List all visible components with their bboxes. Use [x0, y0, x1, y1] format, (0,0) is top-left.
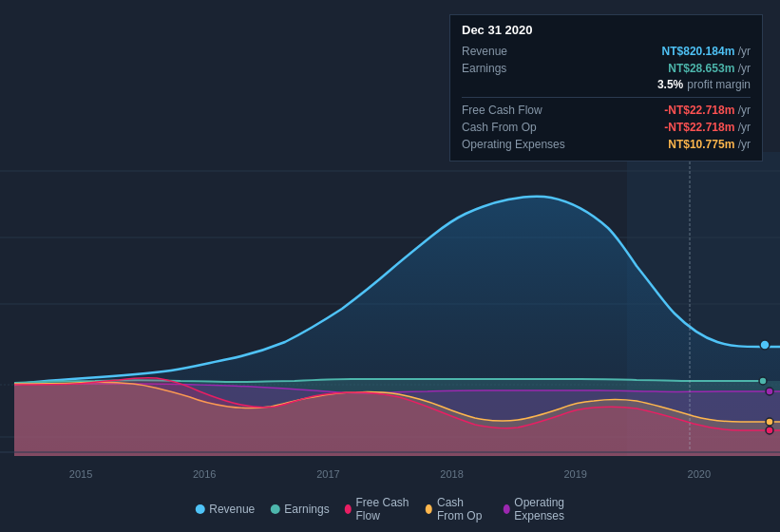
tooltip-revenue-label: Revenue — [462, 45, 507, 58]
tooltip-cashfromop-row: Cash From Op -NT$22.718m /yr — [462, 119, 751, 136]
tooltip-profit-margin-value: 3.5% — [657, 78, 683, 91]
tooltip-cashfromop-label: Cash From Op — [462, 121, 537, 134]
x-label-2020: 2020 — [688, 468, 711, 480]
tooltip-fcf-label: Free Cash Flow — [462, 104, 542, 117]
svg-point-11 — [766, 427, 773, 434]
tooltip-revenue-row: Revenue NT$820.184m /yr — [462, 43, 751, 60]
tooltip-box: Dec 31 2020 Revenue NT$820.184m /yr Earn… — [449, 14, 763, 162]
tooltip-earnings-label: Earnings — [462, 62, 506, 75]
legend-cashfromop[interactable]: Cash From Op — [426, 496, 487, 522]
tooltip-earnings-row: Earnings NT$28.653m /yr — [462, 60, 751, 77]
legend-revenue-label: Revenue — [209, 503, 255, 516]
tooltip-profit-margin-label: profit margin — [687, 78, 751, 91]
legend-earnings-label: Earnings — [284, 503, 329, 516]
legend-revenue[interactable]: Revenue — [195, 503, 255, 516]
legend-opex[interactable]: Operating Expenses — [503, 496, 584, 522]
svg-point-9 — [766, 388, 773, 395]
x-label-2019: 2019 — [563, 468, 586, 480]
legend-cashfromop-label: Cash From Op — [437, 496, 488, 522]
legend-opex-label: Operating Expenses — [514, 496, 584, 522]
tooltip-profit-margin-row: 3.5% profit margin — [462, 77, 751, 93]
tooltip-opex-label: Operating Expenses — [462, 138, 565, 151]
x-label-2017: 2017 — [316, 468, 339, 480]
legend-earnings-dot — [270, 504, 279, 514]
x-label-2016: 2016 — [193, 468, 216, 480]
legend-fcf-label: Free Cash Flow — [355, 496, 410, 522]
svg-point-10 — [766, 418, 773, 426]
tooltip-opex-row: Operating Expenses NT$10.775m /yr — [462, 136, 751, 153]
tooltip-fcf-row: Free Cash Flow -NT$22.718m /yr — [462, 102, 751, 119]
tooltip-cashfromop-value: -NT$22.718m /yr — [664, 121, 751, 134]
tooltip-earnings-value: NT$28.653m /yr — [668, 62, 751, 75]
svg-point-8 — [759, 377, 767, 385]
svg-point-7 — [760, 340, 770, 350]
legend-revenue-dot — [195, 504, 204, 514]
legend-earnings[interactable]: Earnings — [270, 503, 329, 516]
tooltip-date: Dec 31 2020 — [462, 23, 751, 37]
tooltip-revenue-value: NT$820.184m /yr — [662, 45, 751, 58]
x-label-2015: 2015 — [69, 468, 92, 480]
tooltip-fcf-value: -NT$22.718m /yr — [664, 104, 751, 117]
legend-opex-dot — [503, 504, 509, 514]
legend-fcf-dot — [345, 504, 352, 514]
tooltip-opex-value: NT$10.775m /yr — [668, 138, 751, 151]
legend-cashfromop-dot — [426, 504, 432, 514]
x-label-2018: 2018 — [440, 468, 463, 480]
chart-container: Dec 31 2020 Revenue NT$820.184m /yr Earn… — [0, 0, 780, 532]
chart-legend: Revenue Earnings Free Cash Flow Cash Fro… — [195, 496, 585, 522]
legend-fcf[interactable]: Free Cash Flow — [345, 496, 411, 522]
